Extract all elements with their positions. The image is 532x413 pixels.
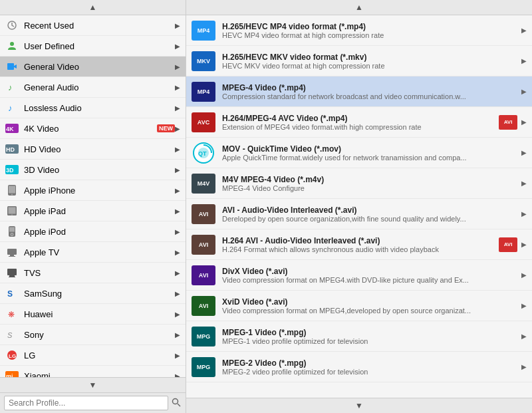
format-item-h264-avi[interactable]: AVIH.264 AVI - Audio-Video Interleaved (… [186,229,532,260]
format-item-avi[interactable]: AVIAVI - Audio-Video Interleaved (*.avi)… [186,199,532,229]
format-item-mpeg4-mp4[interactable]: MP4MPEG-4 Video (*.mp4)Compression stand… [186,76,532,107]
apple-iphone-label: Apple iPhone [24,186,175,196]
svg-text:S: S [7,289,13,299]
sidebar-item-recent-used[interactable]: Recent Used▶ [0,15,186,36]
sidebar-item-tvs[interactable]: TVS▶ [0,263,186,283]
format-item-xvid[interactable]: AVIXviD Video (*.avi)Video compression f… [186,291,532,321]
format-item-h264-mp4[interactable]: AVCH.264/MPEG-4 AVC Video (*.mp4)Extensi… [186,107,532,138]
right-scroll-down-button[interactable]: ▼ [186,398,532,413]
svg-rect-24 [9,256,15,257]
sidebar-item-apple-ipod[interactable]: Apple iPod▶ [0,221,186,242]
sidebar-item-xiaomi[interactable]: miXiaomi▶ [0,366,186,377]
mpeg2-arrow: ▶ [521,363,527,370]
right-scroll-up-button[interactable]: ▲ [186,0,532,15]
sidebar-item-samsung[interactable]: SSamSung▶ [0,283,186,304]
h264-mp4-text: H.264/MPEG-4 AVC Video (*.mp4)Extension … [222,114,495,131]
right-items-list: MP4H.265/HEVC MP4 video format (*.mp4)HE… [186,15,532,398]
4k-video-badge: NEW [157,124,175,132]
format-item-m4v[interactable]: M4VM4V MPEG-4 Video (*.m4v)MPEG-4 Video … [186,168,532,199]
svg-text:3D: 3D [6,167,14,174]
mpeg4-mp4-title: MPEG-4 Video (*.mp4) [222,83,517,92]
svg-text:LG: LG [9,353,16,359]
apple-iphone-icon [5,184,19,197]
apple-ipad-label: Apple iPad [24,206,175,216]
sidebar-item-apple-ipad[interactable]: Apple iPad▶ [0,201,186,221]
sidebar-item-3d-video[interactable]: 3D3D Video▶ [0,160,186,180]
search-icon[interactable] [171,397,182,410]
lossless-audio-label: Lossless Audio [24,103,175,113]
apple-ipod-arrow: ▶ [175,228,180,235]
mpeg1-arrow: ▶ [521,333,527,340]
avi-text: AVI - Audio-Video Interleaved (*.avi)Der… [222,206,517,223]
avi-arrow: ▶ [521,210,527,217]
svg-text:QT: QT [198,150,207,157]
tvs-label: TVS [24,268,175,278]
left-scroll-down-button[interactable]: ▼ [0,377,186,392]
h264-avi-badge: AVI [499,237,517,252]
4k-video-label: 4K Video [24,124,154,134]
svg-rect-27 [9,277,15,277]
lg-icon: LG [5,348,19,362]
sidebar-item-sony[interactable]: SSony▶ [0,325,186,345]
m4v-text: M4V MPEG-4 Video (*.m4v)MPEG-4 Video Con… [222,175,517,192]
apple-ipad-arrow: ▶ [175,207,180,215]
mpeg1-title: MPEG-1 Video (*.mpg) [222,328,517,337]
format-item-h265-mkv[interactable]: MKVH.265/HEVC MKV video format (*.mkv)HE… [186,46,532,76]
mpeg2-format-icon: MPG [192,357,215,377]
format-item-h265-mp4[interactable]: MP4H.265/HEVC MP4 video format (*.mp4)HE… [186,15,532,46]
sidebar-item-huawei[interactable]: ❋Huawei▶ [0,304,186,325]
format-item-mpeg2[interactable]: MPGMPEG-2 Video (*.mpg)MPEG-2 video prof… [186,352,532,382]
svg-text:4K: 4K [6,126,14,132]
user-defined-arrow: ▶ [175,43,180,50]
h265-mp4-format-icon: MP4 [192,21,215,41]
hd-video-arrow: ▶ [175,146,180,153]
divx-arrow: ▶ [521,271,527,279]
3d-video-arrow: ▶ [175,166,180,174]
huawei-arrow: ▶ [175,311,180,318]
svg-rect-23 [10,255,14,256]
apple-tv-icon [5,245,19,259]
h265-mp4-text: H.265/HEVC MP4 video format (*.mp4)HEVC … [222,22,517,39]
xiaomi-arrow: ▶ [175,372,180,378]
sidebar-item-apple-tv[interactable]: Apple TV▶ [0,242,186,263]
mov-text: MOV - QuickTime Video (*.mov)Apple Quick… [222,144,517,162]
sidebar-item-general-video[interactable]: General Video▶ [0,57,186,77]
h264-mp4-arrow: ▶ [521,118,527,126]
sidebar-item-lg[interactable]: LGLG▶ [0,345,186,366]
m4v-title: M4V MPEG-4 Video (*.m4v) [222,175,517,184]
svg-text:S: S [7,331,13,339]
h265-mkv-desc: HEVC MKV video format at high compressio… [222,62,508,70]
h265-mp4-arrow: ▶ [521,27,527,34]
mpeg4-mp4-arrow: ▶ [521,88,527,95]
svg-point-21 [11,234,13,235]
sidebar-item-user-defined[interactable]: User Defined▶ [0,36,186,57]
h264-avi-arrow: ▶ [521,241,527,248]
sidebar-item-general-audio[interactable]: ♪General Audio▶ [0,77,186,98]
svg-line-43 [178,404,180,406]
right-panel: ▲ MP4H.265/HEVC MP4 video format (*.mp4)… [186,0,532,413]
xvid-desc: Video compression format on MPEG4,develo… [222,307,508,315]
h264-mp4-format-icon: AVC [192,112,215,132]
search-bar [0,392,186,413]
mpeg2-desc: MPEG-2 video profile optimized for telev… [222,368,508,376]
sidebar-item-4k-video[interactable]: 4K4K VideoNEW▶ [0,118,186,139]
format-item-mov[interactable]: QTMOV - QuickTime Video (*.mov)Apple Qui… [186,138,532,168]
3d-video-label: 3D Video [24,165,175,175]
search-input[interactable] [4,396,168,410]
avi-desc: Dereloped by open source organization,wi… [222,215,508,223]
sidebar-item-hd-video[interactable]: HDHD Video▶ [0,139,186,160]
mpeg1-text: MPEG-1 Video (*.mpg)MPEG-1 video profile… [222,328,517,345]
sidebar-item-lossless-audio[interactable]: ♪Lossless Audio▶ [0,98,186,118]
left-scroll-up-button[interactable]: ▲ [0,0,186,15]
mov-arrow: ▶ [521,149,527,156]
format-item-divx[interactable]: AVIDivX Video (*.avi)Video compression f… [186,260,532,291]
svg-text:♪: ♪ [8,82,13,92]
divx-format-icon: AVI [192,265,215,285]
huawei-label: Huawei [24,309,175,319]
sidebar-item-apple-iphone[interactable]: Apple iPhone▶ [0,180,186,201]
avi-format-icon: AVI [192,204,215,224]
h264-mp4-desc: Extension of MPEG4 video format.with hig… [222,123,495,131]
format-item-mpeg1[interactable]: MPGMPEG-1 Video (*.mpg)MPEG-1 video prof… [186,321,532,352]
h264-mp4-title: H.264/MPEG-4 AVC Video (*.mp4) [222,114,495,123]
mov-title: MOV - QuickTime Video (*.mov) [222,144,517,154]
